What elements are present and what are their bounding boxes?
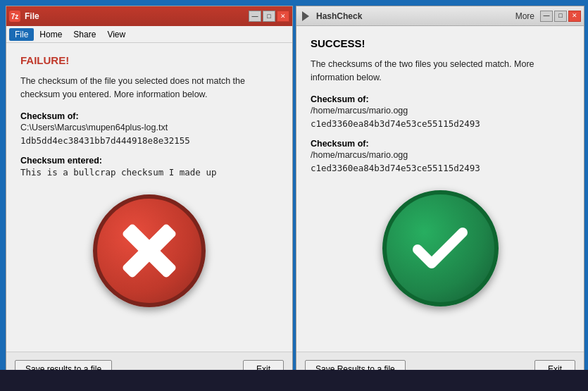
menu-home[interactable]: Home [34, 28, 68, 41]
success-arrow-icon [299, 10, 312, 23]
failure-close-button[interactable]: ✕ [277, 11, 289, 22]
failure-checksum-of-label: Checksum of: [20, 111, 278, 121]
success-title-text: HashCheck [316, 11, 515, 21]
failure-title-buttons: — □ ✕ [249, 11, 289, 22]
failure-content: FAILURE! The checksum of the file you se… [6, 43, 292, 352]
failure-menu-bar: File Home Share View [6, 26, 292, 43]
success-checksum1-of-label: Checksum of: [311, 94, 570, 104]
checkmark-icon [405, 213, 475, 283]
failure-title-text: File [25, 11, 249, 21]
success-checksum2-path: /home/marcus/mario.ogg [311, 150, 570, 160]
failure-window: 7z File — □ ✕ File Home Share View FAILU… [6, 6, 293, 386]
failure-checksum-path: C:\Users\Marcus\mupen64plus-log.txt [20, 123, 278, 132]
failure-maximize-button[interactable]: □ [263, 11, 275, 22]
failure-checksum-value: 1db5dd4ec38431bb7d444918e8e32155 [20, 135, 278, 146]
success-checksum1-path: /home/marcus/mario.ogg [311, 106, 570, 116]
failure-icon-area [20, 187, 278, 318]
svg-marker-0 [302, 11, 309, 21]
x-mark-icon [121, 223, 177, 279]
success-content: SUCCESS! The checksums of the two files … [296, 26, 584, 352]
success-close-button[interactable]: ✕ [568, 11, 581, 22]
failure-app-icon: 7z [9, 11, 20, 22]
success-checksum1-value: c1ed3360ea84b3d74e53ce55115d2493 [311, 118, 570, 129]
failure-minimize-button[interactable]: — [249, 11, 261, 22]
menu-share[interactable]: Share [68, 28, 101, 41]
success-status-title: SUCCESS! [311, 37, 570, 49]
success-title-buttons: — □ ✕ [540, 11, 581, 22]
menu-file[interactable]: File [9, 28, 34, 41]
success-minimize-button[interactable]: — [540, 11, 553, 22]
success-maximize-button[interactable]: □ [554, 11, 567, 22]
success-window: HashCheck More — □ ✕ SUCCESS! The checks… [296, 6, 584, 386]
failure-status-title: FAILURE! [20, 54, 278, 66]
failure-icon-circle [93, 194, 206, 307]
success-checksum2-value: c1ed3360ea84b3d74e53ce55115d2493 [311, 163, 570, 173]
menu-view[interactable]: View [101, 28, 131, 41]
failure-title-bar: 7z File — □ ✕ [6, 6, 292, 26]
taskbar [0, 370, 588, 391]
failure-entered-value: This is a bullcrap checksum I made up [20, 167, 278, 178]
success-title-bar: HashCheck More — □ ✕ [296, 6, 584, 26]
success-icon-circle [382, 190, 499, 306]
failure-entered-label: Checksum entered: [20, 156, 278, 166]
success-description: The checksums of the two files you selec… [311, 58, 570, 85]
success-icon-area [311, 183, 570, 318]
success-checksum2-of-label: Checksum of: [311, 139, 570, 149]
failure-description: The checksum of the file you selected do… [20, 75, 278, 101]
success-more-label[interactable]: More [515, 11, 534, 21]
